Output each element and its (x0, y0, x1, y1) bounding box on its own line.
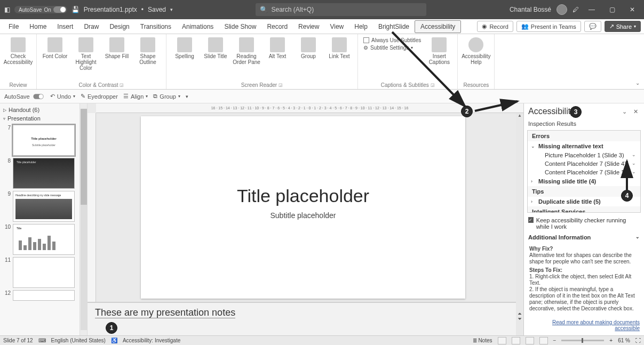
user-name[interactable]: Chantal Bossé (510, 6, 551, 13)
view-sorter-button[interactable] (512, 337, 520, 344)
thumb-7[interactable]: Title placeholderSubtitle placeholder (13, 125, 75, 156)
filename[interactable]: Presentation1.pptx (84, 6, 137, 13)
qat-more[interactable]: ▾ (186, 94, 188, 99)
spelling-button[interactable]: Spelling (170, 36, 200, 60)
prev-slide-icon[interactable]: ⏶ (516, 311, 523, 316)
alt-text-button[interactable]: Alt Text (263, 36, 292, 60)
notes-text[interactable]: These are my presentation notes (95, 307, 235, 318)
tab-insert[interactable]: Insert (52, 21, 78, 33)
qat-group[interactable]: ⧉Group▾ (153, 93, 180, 100)
mic-icon[interactable]: 🖊 (573, 6, 579, 13)
ribbon-collapse-button[interactable]: ⌄ (635, 80, 640, 86)
keep-running-checkbox[interactable]: ✓ Keep accessibility checker running whi… (524, 215, 644, 232)
always-subtitles-checkbox[interactable]: Always Use Subtitles (363, 37, 421, 43)
scrollbar-thumb[interactable] (81, 109, 87, 205)
view-normal-button[interactable] (498, 337, 506, 344)
status-accessibility[interactable]: Accessibility: Investigate (123, 338, 180, 343)
status-acc-icon[interactable]: ♿ (111, 338, 117, 343)
status-lang[interactable]: English (United States) (51, 338, 106, 343)
thumb-10[interactable]: Title (13, 224, 75, 255)
qat-eyedropper[interactable]: ✎Eyedropper (81, 93, 118, 100)
tab-draw[interactable]: Draw (78, 21, 104, 33)
outline-handout[interactable]: ▷Handout (6) (3, 106, 78, 114)
chevron-down-icon[interactable]: ⌄ (632, 161, 636, 167)
qat-undo[interactable]: ↶Undo▾ (50, 93, 75, 100)
accessibility-help-button[interactable]: Accessibility Help (461, 36, 491, 66)
next-slide-icon[interactable]: ⏷ (516, 316, 523, 322)
group-button[interactable]: Group (293, 36, 323, 60)
font-color-button[interactable]: Font Color (40, 36, 70, 60)
readmore-link[interactable]: Read more about making documents accessi… (524, 315, 644, 335)
thumb-12[interactable] (13, 290, 75, 301)
outline-presentation[interactable]: ▿Presentation (3, 114, 78, 123)
thumb-9[interactable]: Headline describing my slide message (13, 191, 75, 222)
slide-title-button[interactable]: Slide Title (201, 36, 230, 60)
notes-toggle[interactable]: ≣ Notes (473, 338, 492, 343)
tab-animations[interactable]: Animations (177, 21, 219, 33)
link-text-button[interactable]: Link Text (324, 36, 354, 60)
zoom-out-button[interactable]: − (553, 338, 556, 343)
maximize-button[interactable]: ▢ (605, 2, 619, 17)
tab-design[interactable]: Design (104, 21, 134, 33)
reading-order-button[interactable]: Reading Order Pane (232, 36, 261, 66)
tab-help[interactable]: Help (349, 21, 373, 33)
pane-dropdown-button[interactable]: ⌄ (621, 108, 629, 115)
status-lang-icon[interactable]: ⌨ (38, 338, 46, 343)
minimize-button[interactable]: — (584, 2, 599, 17)
share-button[interactable]: ↗Share▾ (605, 21, 641, 32)
result-item[interactable]: Picture Placeholder 1 (Slide 3)⌄ (528, 151, 640, 159)
comments-button[interactable]: 💬 (584, 21, 601, 32)
result-item[interactable]: Content Placeholder 7 (Slide 10)⌄ (528, 168, 640, 176)
dialog-launcher-icon[interactable]: ◲ (431, 83, 435, 87)
tab-slideshow[interactable]: Slide Show (219, 21, 261, 33)
tab-file[interactable]: File (3, 21, 24, 33)
dialog-launcher-icon[interactable]: ◲ (120, 83, 124, 87)
thumb-11[interactable] (13, 257, 75, 288)
tab-record[interactable]: Record (261, 21, 293, 33)
tab-accessibility[interactable]: Accessibility (415, 20, 461, 33)
result-item[interactable]: Content Placeholder 7 (Slide 4)⌄ (528, 159, 640, 168)
zoom-in-button[interactable]: + (609, 338, 613, 343)
subtitle-settings-button[interactable]: ⚙Subtitle Settings▾ (363, 45, 421, 51)
save-icon[interactable]: 💾 (71, 6, 79, 13)
shape-outline-button[interactable]: Shape Outline (133, 36, 163, 66)
missing-alt-group[interactable]: ⌄Missing alternative text (528, 141, 640, 151)
status-slide[interactable]: Slide 7 of 12 (3, 338, 33, 343)
chevron-down-icon[interactable]: ⌄ (632, 169, 636, 175)
chevron-down-icon[interactable]: ⌄ (632, 152, 636, 158)
present-teams-button[interactable]: 👥Present in Teams (516, 21, 581, 32)
tab-brightslide[interactable]: BrightSlide (373, 21, 415, 33)
scroll-up-icon[interactable]: ▲ (516, 113, 523, 119)
check-accessibility-button[interactable]: Check Accessibility (3, 36, 33, 66)
slide-title[interactable]: Title placeholder (141, 186, 465, 206)
tab-view[interactable]: View (324, 21, 349, 33)
qat-align[interactable]: ☰Align▾ (123, 93, 148, 100)
tab-transitions[interactable]: Transitions (135, 21, 177, 33)
avatar[interactable] (556, 4, 567, 15)
insert-captions-button[interactable]: Insert Captions (424, 36, 454, 66)
close-button[interactable]: ✕ (625, 2, 640, 17)
zoom-value[interactable]: 61 % (618, 338, 630, 343)
canvas-scrollbar[interactable]: ▲ ⏶⏷ (516, 113, 523, 335)
fit-button[interactable]: ⛶ (635, 338, 641, 343)
qat-autosave[interactable]: AutoSave (4, 93, 45, 100)
pane-close-button[interactable]: ✕ (632, 108, 640, 115)
highlight-button[interactable]: Text Highlight Color (71, 36, 101, 72)
shape-fill-button[interactable]: Shape Fill (102, 36, 132, 60)
record-button[interactable]: ◉Record (477, 21, 513, 32)
dialog-launcher-icon[interactable]: ◲ (279, 83, 283, 87)
search-input[interactable]: 🔍 Search (Alt+Q) (256, 3, 426, 16)
tab-review[interactable]: Review (293, 21, 324, 33)
missing-title-group[interactable]: ›Missing slide title (4) (528, 176, 640, 186)
tab-home[interactable]: Home (24, 21, 52, 33)
zoom-slider[interactable] (561, 340, 604, 341)
slide-subtitle[interactable]: Subtitle placeholder (141, 211, 465, 220)
autosave-toggle[interactable]: AutoSave On (14, 6, 67, 13)
view-reading-button[interactable] (526, 337, 534, 344)
notes-pane[interactable]: These are my presentation notes (88, 302, 523, 335)
thumb-8[interactable]: Title placeholder (13, 158, 75, 189)
additional-info-header[interactable]: Additional Information⌄ (524, 232, 644, 243)
slide[interactable]: Title placeholder Subtitle placeholder (141, 116, 465, 299)
view-slideshow-button[interactable] (539, 337, 548, 344)
outline-scrollbar[interactable] (80, 103, 88, 335)
